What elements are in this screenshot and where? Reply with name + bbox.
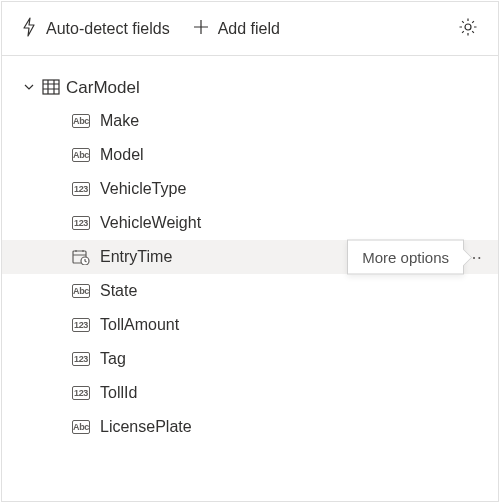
type-badge: 123 [72, 352, 90, 366]
field-row[interactable]: 123VehicleWeight [2, 206, 498, 240]
field-row[interactable]: AbcLicensePlate [2, 410, 498, 444]
field-tree: CarModel AbcMakeAbcModel123VehicleType12… [2, 56, 498, 444]
type-badge: 123 [72, 386, 90, 400]
tree-root-label: CarModel [66, 78, 140, 98]
field-label: TollAmount [100, 316, 179, 334]
field-label: VehicleWeight [100, 214, 201, 232]
field-row[interactable]: 123VehicleType [2, 172, 498, 206]
field-label: Make [100, 112, 139, 130]
svg-rect-1 [43, 80, 59, 94]
datetime-icon [72, 249, 90, 265]
field-label: LicensePlate [100, 418, 192, 436]
svg-point-0 [465, 24, 471, 30]
field-row[interactable]: 123TollId [2, 376, 498, 410]
type-badge: Abc [72, 114, 90, 128]
field-label: Tag [100, 350, 126, 368]
type-badge: 123 [72, 216, 90, 230]
add-field-label: Add field [218, 20, 280, 38]
field-label: EntryTime [100, 248, 172, 266]
type-badge: Abc [72, 284, 90, 298]
field-row[interactable]: 123Tag [2, 342, 498, 376]
field-label: State [100, 282, 137, 300]
type-badge: Abc [72, 420, 90, 434]
type-badge: 123 [72, 318, 90, 332]
settings-button[interactable] [452, 11, 484, 46]
plus-icon [192, 18, 210, 40]
type-badge: 123 [72, 182, 90, 196]
field-label: TollId [100, 384, 137, 402]
field-label: Model [100, 146, 144, 164]
field-row[interactable]: AbcState [2, 274, 498, 308]
table-icon [42, 79, 60, 98]
tooltip: More options [347, 240, 464, 275]
field-label: VehicleType [100, 180, 186, 198]
field-row[interactable]: AbcModel [2, 138, 498, 172]
field-row[interactable]: EntryTimeMore options⋯ [2, 240, 498, 274]
lightning-icon [20, 17, 38, 41]
field-row[interactable]: 123TollAmount [2, 308, 498, 342]
toolbar: Auto-detect fields Add field [2, 2, 498, 56]
type-badge: Abc [72, 148, 90, 162]
tree-root[interactable]: CarModel [2, 72, 498, 104]
autodetect-fields-button[interactable]: Auto-detect fields [16, 11, 174, 47]
panel: Auto-detect fields Add field [1, 1, 499, 502]
add-field-button[interactable]: Add field [188, 12, 284, 46]
autodetect-label: Auto-detect fields [46, 20, 170, 38]
field-row[interactable]: AbcMake [2, 104, 498, 138]
chevron-down-icon [22, 80, 36, 97]
gear-icon [458, 25, 478, 40]
